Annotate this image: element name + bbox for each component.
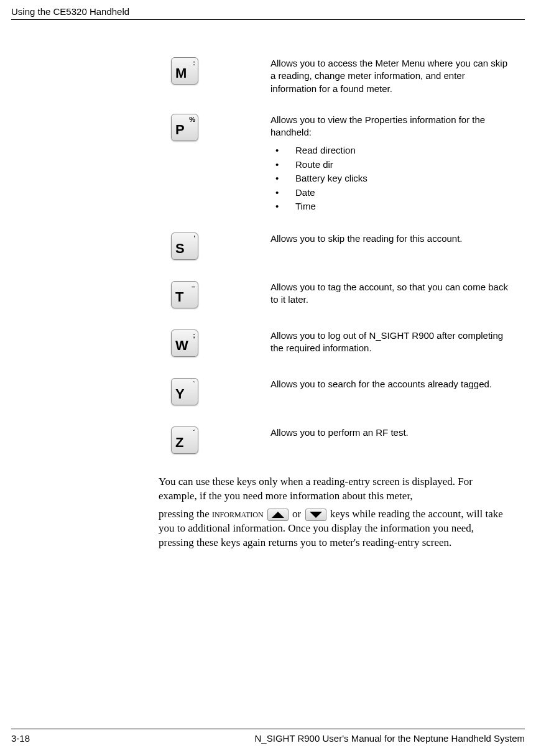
body-paragraphs: You can use these keys only when a readi… — [0, 463, 536, 550]
list-item: Battery key clicks — [270, 172, 511, 186]
key-main-glyph: W — [175, 338, 188, 354]
key-z: Z ´ — [171, 426, 198, 454]
key-s: S ' — [171, 233, 198, 260]
list-item: Route dir — [270, 158, 511, 172]
list-item: Time — [270, 200, 511, 214]
list-item: Date — [270, 186, 511, 200]
key-row-p: P % Allows you to view the Properties in… — [159, 114, 511, 214]
key-main-glyph: T — [175, 289, 183, 305]
arrow-up-icon — [267, 509, 289, 521]
key-row-m: M : Allows you to access the Meter Menu … — [159, 57, 511, 95]
key-description: Allows you to skip the reading for this … — [270, 233, 511, 245]
body-p2: pressing the information or keys while r… — [159, 507, 511, 550]
key-sup-glyph: % — [189, 116, 195, 123]
body-p1: You can use these keys only when a readi… — [159, 475, 511, 504]
key-sup-glyph: ` — [193, 380, 195, 387]
properties-bullets: Read direction Route dir Battery key cli… — [270, 144, 511, 214]
key-row-y: Y ` Allows you to search for the account… — [159, 378, 511, 408]
body-text-fragment: or — [292, 508, 303, 520]
key-row-t: T – Allows you to tag the account, so th… — [159, 281, 511, 311]
key-row-w: W ; Allows you to log out of N_SIGHT R90… — [159, 330, 511, 359]
key-description: Allows you to perform an RF test. — [270, 426, 511, 439]
key-main-glyph: Z — [175, 435, 183, 451]
key-sup-glyph: ' — [193, 234, 195, 242]
key-y: Y ` — [171, 378, 198, 405]
key-table: M : Allows you to access the Meter Menu … — [0, 20, 536, 456]
svg-marker-0 — [272, 512, 284, 518]
key-sup-glyph: ´ — [193, 428, 195, 436]
running-header: Using the CE5320 Handheld — [0, 0, 536, 19]
body-text-fragment: pressing the — [159, 508, 212, 520]
information-smallcaps: information — [212, 508, 264, 520]
arrow-down-icon — [305, 509, 326, 521]
key-main-glyph: S — [175, 241, 185, 257]
key-m: M : — [171, 57, 198, 85]
key-sup-glyph: – — [192, 283, 195, 290]
page-number: 3-18 — [11, 733, 30, 744]
key-description: Allows you to view the Properties inform… — [270, 114, 485, 137]
key-description: Allows you to search for the accounts al… — [270, 378, 511, 390]
key-sup-glyph: : — [193, 59, 195, 67]
key-t: T – — [171, 281, 198, 308]
key-row-z: Z ´ Allows you to perform an RF test. — [159, 426, 511, 456]
key-main-glyph: M — [175, 65, 187, 81]
key-sup-glyph: ; — [193, 331, 195, 339]
key-main-glyph: Y — [175, 386, 185, 402]
manual-title: N_SIGHT R900 User's Manual for the Neptu… — [255, 733, 525, 744]
svg-marker-1 — [310, 512, 322, 518]
key-p: P % — [171, 114, 198, 141]
key-w: W ; — [171, 330, 198, 357]
key-description: Allows you to log out of N_SIGHT R900 af… — [270, 330, 511, 355]
key-description: Allows you to access the Meter Menu wher… — [270, 57, 511, 95]
page-footer: 3-18 N_SIGHT R900 User's Manual for the … — [11, 729, 525, 744]
list-item: Read direction — [270, 144, 511, 158]
key-main-glyph: P — [175, 122, 185, 138]
key-row-s: S ' Allows you to skip the reading for t… — [159, 233, 511, 262]
footer-rule — [11, 729, 525, 729]
key-description: Allows you to tag the account, so that y… — [270, 281, 511, 307]
